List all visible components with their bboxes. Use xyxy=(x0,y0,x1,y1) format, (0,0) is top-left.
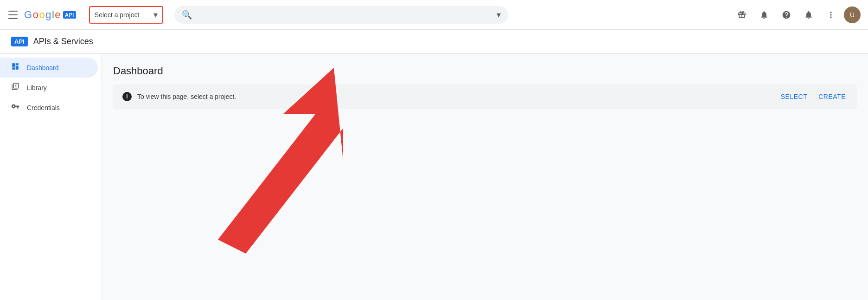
dashboard-icon xyxy=(11,62,19,73)
api-sub-badge: API xyxy=(11,37,28,46)
sidebar-item-dashboard[interactable]: Dashboard xyxy=(0,58,98,78)
credentials-icon xyxy=(11,102,19,113)
header-left: Google API Select a project ▾ xyxy=(7,6,163,24)
gift-icon[interactable] xyxy=(733,6,751,24)
search-icon: 🔍 xyxy=(182,10,192,20)
main-content: Dashboard i To view this page, select a … xyxy=(102,54,868,300)
info-icon: i xyxy=(122,92,132,101)
avatar[interactable]: U xyxy=(844,7,861,23)
project-selector[interactable]: Select a project ▾ xyxy=(89,6,163,24)
search-bar[interactable]: 🔍 ▾ xyxy=(174,6,508,24)
sidebar: Dashboard Library Credentials xyxy=(0,54,102,300)
hamburger-icon[interactable] xyxy=(7,9,19,20)
info-banner-text: To view this page, select a project. xyxy=(137,93,779,100)
help-icon[interactable] xyxy=(777,6,796,24)
top-header: Google API Select a project ▾ 🔍 ▾ U xyxy=(0,0,868,30)
sidebar-library-label: Library xyxy=(27,84,47,91)
search-input[interactable] xyxy=(196,11,497,19)
main-layout: Dashboard Library Credentials Dashboard … xyxy=(0,54,868,300)
banner-actions: SELECT CREATE xyxy=(779,91,848,102)
sub-header: API APIs & Services xyxy=(0,30,868,54)
page-title: Dashboard xyxy=(113,65,857,77)
sidebar-dashboard-label: Dashboard xyxy=(27,64,59,72)
project-selector-label: Select a project xyxy=(95,11,151,19)
select-button[interactable]: SELECT xyxy=(779,91,809,102)
header-right: U xyxy=(733,6,861,24)
more-vert-icon[interactable] xyxy=(822,6,840,24)
sidebar-item-library[interactable]: Library xyxy=(0,78,98,98)
sidebar-item-credentials[interactable]: Credentials xyxy=(0,98,98,117)
chevron-down-icon: ▾ xyxy=(153,10,158,20)
library-icon xyxy=(11,82,19,93)
sub-header-title: APIs & Services xyxy=(33,37,93,46)
create-button[interactable]: CREATE xyxy=(817,91,848,102)
notifications-icon[interactable] xyxy=(755,6,773,24)
search-dropdown-icon[interactable]: ▾ xyxy=(497,10,501,20)
sidebar-credentials-label: Credentials xyxy=(27,104,60,111)
api-logo-badge: API xyxy=(63,11,76,19)
bell-icon[interactable] xyxy=(799,6,818,24)
google-logo: Google API xyxy=(24,9,76,21)
info-banner: i To view this page, select a project. S… xyxy=(113,85,857,109)
